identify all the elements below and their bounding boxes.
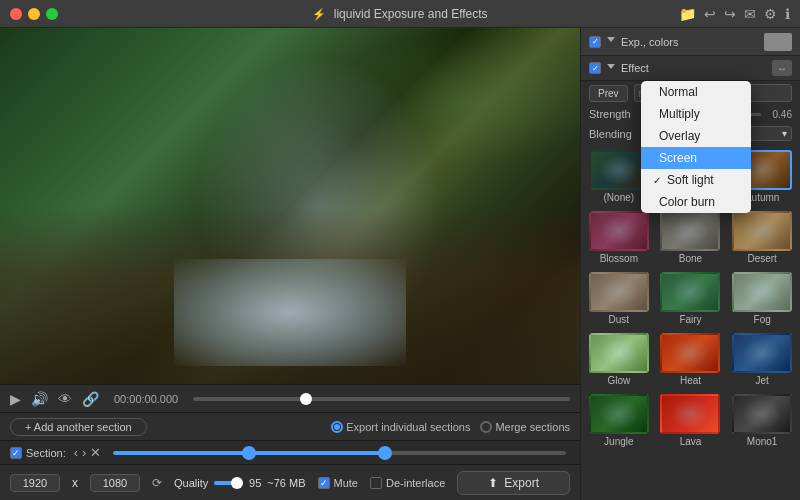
thumb-label-dust: Dust xyxy=(609,314,630,325)
thumb-img-jungle xyxy=(589,394,649,434)
blend-multiply[interactable]: Multiply xyxy=(641,103,751,125)
exp-colors-checkbox[interactable]: ✓ xyxy=(589,36,601,48)
section-slider-track[interactable] xyxy=(113,451,566,455)
thumb-mono1[interactable]: Mono1 xyxy=(728,392,796,449)
mute-checkbox[interactable]: ✓ xyxy=(318,477,330,489)
minimize-button[interactable] xyxy=(28,8,40,20)
section-delete-icon[interactable]: ✕ xyxy=(90,445,101,460)
app-icon: ⚡ xyxy=(312,8,326,20)
main-layout: ▶ 🔊 👁 🔗 00:00:00.000 + Add another secti… xyxy=(0,28,800,500)
strength-value: 0.46 xyxy=(767,109,792,120)
export-button[interactable]: ⬆ Export xyxy=(457,471,570,495)
thumb-jet[interactable]: Jet xyxy=(728,331,796,388)
quality-value: 95 xyxy=(249,477,261,489)
height-input[interactable] xyxy=(90,474,140,492)
section-slider-row: ✓ Section: ‹ › ✕ xyxy=(0,440,580,464)
thumb-lava[interactable]: Lava xyxy=(657,392,725,449)
effect-checkbox[interactable]: ✓ xyxy=(589,62,601,74)
thumb-img-heat xyxy=(660,333,720,373)
section-bar: + Add another section Export individual … xyxy=(0,412,580,440)
maximize-button[interactable] xyxy=(46,8,58,20)
effect-label: Effect xyxy=(621,62,649,74)
water-layer xyxy=(174,259,406,366)
blend-softlight[interactable]: ✓ Soft light xyxy=(641,169,751,191)
thumb-label-fairy: Fairy xyxy=(679,314,701,325)
section-next-icon[interactable]: › xyxy=(82,445,86,460)
export-options: Export individual sections Merge section… xyxy=(331,421,570,433)
window-title: ⚡ liquivid Exposure and Effects xyxy=(312,7,487,21)
export-individual-radio[interactable] xyxy=(331,421,343,433)
exp-colors-label: Exp., colors xyxy=(621,36,678,48)
thumb-label-blossom: Blossom xyxy=(600,253,638,264)
volume-button[interactable]: 🔊 xyxy=(31,391,48,407)
thumb-blossom[interactable]: Blossom xyxy=(585,209,653,266)
thumb-img-bone xyxy=(660,211,720,251)
mute-checkbox-label: ✓ Mute xyxy=(318,477,358,489)
quality-slider-track[interactable] xyxy=(214,481,243,485)
thumb-heat[interactable]: Heat xyxy=(657,331,725,388)
playback-controls: ▶ 🔊 👁 🔗 00:00:00.000 xyxy=(0,384,580,412)
effect-toggle[interactable] xyxy=(607,64,615,73)
section-slider-right-thumb[interactable] xyxy=(378,446,392,460)
gear-icon[interactable]: ⚙ xyxy=(764,6,777,22)
effect-icon: ↔ xyxy=(772,60,792,76)
merge-sections-radio[interactable] xyxy=(480,421,492,433)
thumb-label-heat: Heat xyxy=(680,375,701,386)
redo-icon[interactable]: ↪ xyxy=(724,6,736,22)
quality-thumb[interactable] xyxy=(231,477,243,489)
undo-icon[interactable]: ↩ xyxy=(704,6,716,22)
thumb-label-mono1: Mono1 xyxy=(747,436,778,447)
link-button[interactable]: 🔗 xyxy=(82,391,99,407)
video-area[interactable] xyxy=(0,28,580,384)
thumb-dust[interactable]: Dust xyxy=(585,270,653,327)
width-field xyxy=(10,474,60,492)
right-toolbar: ✓ Exp., colors xyxy=(581,28,800,56)
thumb-label-jet: Jet xyxy=(755,375,768,386)
thumb-label-jungle: Jungle xyxy=(604,436,633,447)
blend-screen[interactable]: Screen xyxy=(641,147,751,169)
blend-normal[interactable]: Normal xyxy=(641,81,751,103)
playhead-track[interactable] xyxy=(193,397,570,401)
swap-icon[interactable]: ⟳ xyxy=(152,476,162,490)
blend-overlay[interactable]: Overlay xyxy=(641,125,751,147)
merge-sections-option[interactable]: Merge sections xyxy=(480,421,570,433)
folder-icon[interactable]: 📁 xyxy=(679,6,696,22)
exp-colors-toggle[interactable] xyxy=(607,37,615,46)
preview-button[interactable]: Prev xyxy=(589,85,628,102)
strength-label: Strength xyxy=(589,108,644,120)
section-checkbox-label: ✓ Section: xyxy=(10,447,66,459)
export-icon: ⬆ xyxy=(488,476,498,490)
thumb-img-desert xyxy=(732,211,792,251)
play-button[interactable]: ▶ xyxy=(10,391,21,407)
thumb-desert[interactable]: Desert xyxy=(728,209,796,266)
thumb-img-fairy xyxy=(660,272,720,312)
quality-label: Quality xyxy=(174,477,208,489)
thumb-label-none: (None) xyxy=(604,192,635,203)
section-slider-left-thumb[interactable] xyxy=(242,446,256,460)
thumb-fog[interactable]: Fog xyxy=(728,270,796,327)
add-section-button[interactable]: + Add another section xyxy=(10,418,147,436)
bottom-bar: x ⟳ Quality 95 ~76 MB ✓ Mute De-interla xyxy=(0,464,580,500)
visibility-button[interactable]: 👁 xyxy=(58,391,72,407)
thumb-img-fog xyxy=(732,272,792,312)
thumb-fairy[interactable]: Fairy xyxy=(657,270,725,327)
thumb-jungle[interactable]: Jungle xyxy=(585,392,653,449)
blend-colorburn[interactable]: Color burn xyxy=(641,191,751,213)
titlebar: ⚡ liquivid Exposure and Effects 📁 ↩ ↪ ✉ … xyxy=(0,0,800,28)
thumb-bone[interactable]: Bone xyxy=(657,209,725,266)
deinterlace-checkbox[interactable] xyxy=(370,477,382,489)
thumb-label-fog: Fog xyxy=(754,314,771,325)
file-size: ~76 MB xyxy=(267,477,305,489)
thumb-img-jet xyxy=(732,333,792,373)
blending-label: Blending xyxy=(589,128,644,140)
export-individual-option[interactable]: Export individual sections xyxy=(331,421,470,433)
video-preview xyxy=(0,28,580,384)
close-button[interactable] xyxy=(10,8,22,20)
width-input[interactable] xyxy=(10,474,60,492)
section-prev-icon[interactable]: ‹ xyxy=(74,445,78,460)
email-icon[interactable]: ✉ xyxy=(744,6,756,22)
playhead-thumb[interactable] xyxy=(300,393,312,405)
thumb-glow[interactable]: Glow xyxy=(585,331,653,388)
info-icon[interactable]: ℹ xyxy=(785,6,790,22)
section-checkbox[interactable]: ✓ xyxy=(10,447,22,459)
